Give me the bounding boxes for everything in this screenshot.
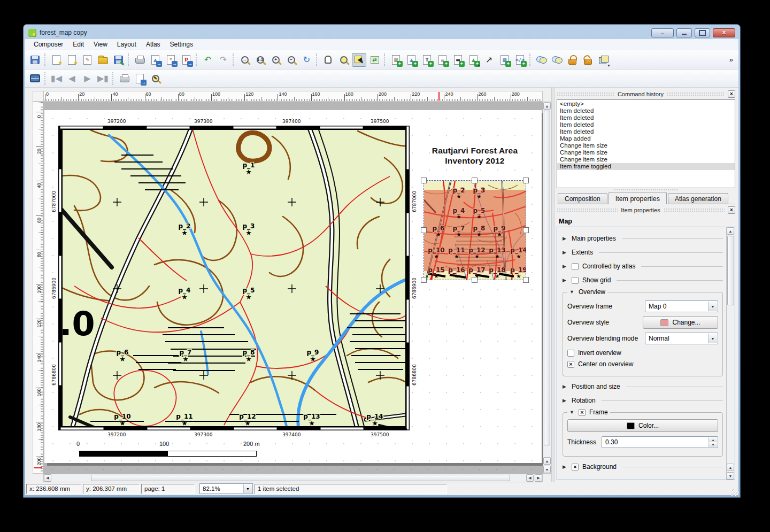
close-panel-icon[interactable]: × (728, 90, 735, 98)
toolbar-overflow-button[interactable]: » (726, 56, 736, 64)
scroll-up-button[interactable]: ▲ (543, 457, 551, 465)
map-title-item[interactable]: Rautjarvi Forest Area Inventory 2012 (419, 145, 531, 166)
add-label-icon[interactable]: T+ (420, 53, 434, 67)
canvas-horizontal-scrollbar[interactable]: ◀ ◀ ▶ (43, 474, 543, 482)
selection-handle[interactable] (523, 178, 529, 183)
window-resize-grip[interactable] (732, 489, 738, 495)
selection-handle[interactable] (421, 227, 427, 233)
composition-manager-icon[interactable]: ✎ (80, 53, 95, 67)
export-atlas-as-image-icon[interactable]: → (133, 72, 147, 86)
section-extents[interactable]: ▶ Extents (563, 245, 723, 259)
next-feature-icon[interactable]: ▶ (80, 72, 95, 86)
add-shape-icon[interactable]: ▲+▼ (466, 53, 481, 67)
previous-feature-icon[interactable]: ◀ (65, 72, 79, 86)
scroll-left-button[interactable]: ◀ (526, 474, 534, 482)
zoom-in-icon[interactable]: + (268, 53, 283, 67)
command-history-row[interactable]: Map added (557, 135, 735, 142)
redo-icon[interactable]: ↷ (216, 53, 230, 67)
frame-color-button[interactable]: Color... (567, 419, 718, 432)
command-history-row[interactable]: Item deleted (557, 128, 735, 135)
minimize-button[interactable] (676, 28, 692, 37)
command-history-row[interactable]: Item deleted (557, 121, 735, 128)
new-composition-icon[interactable]: * (49, 53, 64, 67)
menu-edit[interactable]: Edit (68, 40, 88, 49)
selection-handle[interactable] (472, 277, 478, 283)
export-as-svg-icon[interactable]: *→ (164, 53, 178, 67)
zoom-out-icon[interactable]: − (284, 53, 298, 67)
duplicate-composition-icon[interactable]: * (65, 53, 79, 67)
main-map-item[interactable]: .0 p_1★p_2★p_3★p_4★p_5★p_6★p_7★p_8★p_9★p… (58, 126, 410, 430)
selection-handle[interactable] (523, 277, 529, 283)
first-feature-icon[interactable]: ▮◀ (49, 72, 64, 86)
export-as-pdf-icon[interactable]: P→ (179, 53, 194, 67)
atlas-settings-icon[interactable]: ✎ (148, 72, 163, 86)
item-properties-titlebar[interactable]: Item properties × (557, 206, 735, 214)
overview-blending-mode-select[interactable]: Normal ▼ (645, 333, 718, 344)
center-on-overview-checkbox[interactable]: × (567, 361, 574, 368)
frame-checkbox[interactable]: × (579, 409, 586, 416)
zoom-level-combo[interactable]: 82.1% ▼ (199, 483, 253, 494)
section-frame[interactable]: ▼ × Frame (567, 408, 610, 416)
properties-scrollbar[interactable]: ▲ ▲ ▼ (726, 227, 735, 480)
section-show-grid[interactable]: ▶ Show grid (563, 273, 723, 287)
command-history-row[interactable]: Change item size (557, 149, 735, 156)
add-scalebar-icon[interactable]: ▬+ (451, 53, 465, 67)
section-position-and-size[interactable]: ▶ Position and size (563, 380, 723, 394)
close-panel-icon[interactable]: × (728, 206, 735, 214)
thickness-spinbox[interactable]: 0.30 ▲▼ (602, 436, 718, 448)
background-checkbox[interactable]: × (572, 464, 579, 471)
pan-composition-icon[interactable] (321, 53, 335, 67)
refresh-view-icon[interactable]: ↻ (299, 53, 314, 67)
tab-composition[interactable]: Composition (558, 193, 607, 204)
spinner-arrows[interactable]: ▲▼ (709, 437, 717, 447)
raise-items-icon[interactable]: ▼ (596, 53, 611, 67)
open-composition-icon[interactable] (96, 53, 110, 67)
selection-handle[interactable] (421, 277, 427, 283)
menu-atlas[interactable]: Atlas (142, 40, 165, 49)
overview-style-change-button[interactable]: Change... (643, 316, 718, 329)
command-history-row[interactable]: Item deleted (557, 114, 735, 121)
print-composition-icon[interactable] (133, 53, 147, 67)
overview-frame-select[interactable]: Map 0 ▼ (645, 300, 718, 312)
section-controlled-by-atlas[interactable]: ▶ Controlled by atlas (563, 259, 723, 273)
close-button[interactable]: × (713, 28, 735, 37)
tab-item-properties[interactable]: Item properties (609, 192, 667, 204)
scroll-left-button[interactable]: ◀ (44, 474, 51, 482)
selection-handle[interactable] (421, 178, 427, 183)
move-item-content-icon[interactable]: ⇄ (367, 53, 382, 67)
section-background[interactable]: ▶ × Background (563, 460, 723, 474)
zoom-full-icon[interactable]: ↔ (237, 53, 252, 67)
composition-page[interactable]: .0 p_1★p_2★p_3★p_4★p_5★p_6★p_7★p_8★p_9★p… (44, 110, 542, 463)
scroll-up-button[interactable]: ▲ (543, 102, 551, 110)
command-history-row[interactable]: Change item size (557, 142, 735, 149)
invert-overview-checkbox[interactable] (567, 350, 574, 357)
save-as-template-icon[interactable]: ✎ (111, 53, 126, 67)
select-move-item-icon[interactable] (352, 53, 366, 67)
menu-view[interactable]: View (89, 40, 112, 49)
scroll-down-button[interactable]: ▼ (543, 466, 551, 473)
scrollbar-thumb[interactable] (544, 111, 550, 445)
lock-items-icon[interactable] (565, 53, 580, 67)
section-overview[interactable]: ▼ Overview (567, 288, 607, 296)
save-composition-icon[interactable] (28, 53, 42, 67)
add-legend-icon[interactable]: ≡+ (435, 53, 450, 67)
zoom-actual-icon[interactable]: 1:1 (253, 53, 267, 67)
command-history-row[interactable]: <empty> (557, 101, 735, 107)
command-history-row[interactable]: Change item size (557, 156, 735, 163)
command-history-row[interactable]: Item frame toggled (557, 163, 735, 170)
menu-composer[interactable]: Composer (29, 40, 67, 49)
composition-viewport[interactable]: .0 p_1★p_2★p_3★p_4★p_5★p_6★p_7★p_8★p_9★p… (43, 102, 543, 474)
scroll-down-button[interactable]: ▼ (727, 472, 734, 480)
group-items-icon[interactable] (534, 53, 549, 67)
add-html-icon[interactable]: </>+ (513, 53, 527, 67)
canvas-vertical-scrollbar[interactable]: ▲ ▲ ▼ (543, 102, 551, 474)
titlebar[interactable]: forest_map copy ⇔ × (25, 26, 738, 39)
preview-atlas-icon[interactable] (28, 72, 42, 86)
add-arrow-icon[interactable]: ↗ (482, 53, 496, 67)
show-grid-checkbox[interactable] (572, 277, 579, 284)
last-feature-icon[interactable]: ▶▮ (96, 72, 110, 86)
dock-splitter-handle[interactable] (557, 188, 735, 192)
command-history-row[interactable]: Item deleted (557, 107, 735, 114)
command-history-list[interactable]: <empty>Item deletedItem deletedItem dele… (557, 99, 735, 188)
unlock-items-icon[interactable] (581, 53, 595, 67)
